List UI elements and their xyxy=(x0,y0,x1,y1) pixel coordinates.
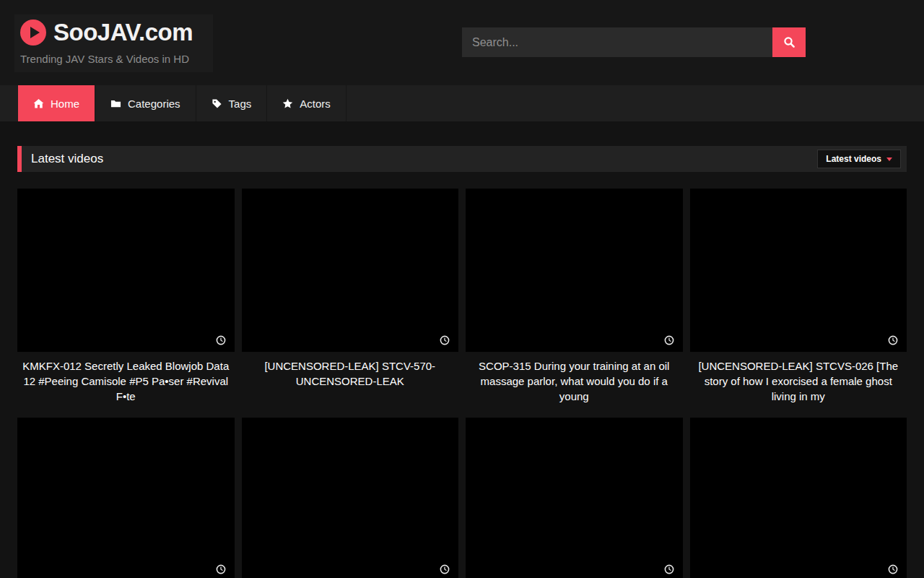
nav-item-label: Tags xyxy=(229,98,252,110)
nav-item-label: Categories xyxy=(128,98,180,110)
video-title[interactable]: [UNCENSORED-LEAK] STCVS-026 [The story o… xyxy=(690,352,907,410)
clock-icon xyxy=(888,564,898,574)
main-nav: Home Categories Tags Actors xyxy=(0,85,924,121)
search-button[interactable] xyxy=(772,27,806,57)
nav-item-label: Home xyxy=(51,98,79,110)
nav-item-label: Actors xyxy=(300,98,331,110)
video-card[interactable]: NAMH-042 H Cup Big Tits Newcomer (170cm … xyxy=(17,418,235,578)
site-tagline: Trending JAV Stars & Videos in HD xyxy=(20,53,193,65)
video-card[interactable]: SCOP-315 During your training at an oil … xyxy=(466,189,683,410)
video-title[interactable]: SCOP-315 During your training at an oil … xyxy=(466,352,683,410)
video-card[interactable]: [UNCENSORED-LEAK] STCVS-026 [The story o… xyxy=(690,189,907,410)
section-header: Latest videos Latest videos xyxy=(17,146,907,172)
sort-dropdown-label: Latest videos xyxy=(826,154,881,164)
logo-link[interactable]: SooJAV.com xyxy=(20,19,193,46)
video-card[interactable]: [UNCENSORED-LEAK] MXGS-1296 Absolutely xyxy=(242,418,459,578)
caret-down-icon xyxy=(886,158,892,161)
main-content: Latest videos Latest videos KMKFX-012 Se… xyxy=(0,146,924,578)
sort-dropdown-button[interactable]: Latest videos xyxy=(817,150,901,168)
video-card[interactable]: [UNCENSORED-LEAK] MLA-231 [3 shots in xyxy=(466,418,683,578)
clock-icon xyxy=(440,564,450,574)
search-icon xyxy=(783,36,796,48)
video-card[interactable]: [UNCENSORED-LEAK] STCV-570-UNCENSORED-LE… xyxy=(242,189,459,410)
video-card[interactable]: HPSM-186 Girl @ Era Alice xyxy=(690,418,907,578)
video-card[interactable]: KMKFX-012 Secretly Leaked Blowjob Data 1… xyxy=(17,189,235,410)
site-header: SooJAV.com Trending JAV Stars & Videos i… xyxy=(0,0,924,85)
home-icon xyxy=(33,98,44,109)
video-thumbnail[interactable] xyxy=(17,189,235,352)
tag-icon xyxy=(212,98,222,109)
clock-icon xyxy=(216,564,226,574)
video-grid: KMKFX-012 Secretly Leaked Blowjob Data 1… xyxy=(17,189,907,578)
search-form xyxy=(462,27,806,57)
nav-item-home[interactable]: Home xyxy=(18,85,95,121)
play-icon xyxy=(20,20,46,46)
search-input[interactable] xyxy=(462,27,772,57)
video-thumbnail[interactable] xyxy=(242,418,459,578)
brand-block: SooJAV.com Trending JAV Stars & Videos i… xyxy=(14,14,213,72)
video-thumbnail[interactable] xyxy=(466,418,683,578)
nav-item-tags[interactable]: Tags xyxy=(196,85,268,121)
nav-item-categories[interactable]: Categories xyxy=(95,85,196,121)
clock-icon xyxy=(216,335,226,345)
clock-icon xyxy=(888,335,898,345)
nav-item-actors[interactable]: Actors xyxy=(267,85,346,121)
folder-icon xyxy=(110,98,121,109)
clock-icon xyxy=(664,335,674,345)
video-thumbnail[interactable] xyxy=(466,189,683,352)
site-logo-text: SooJAV.com xyxy=(53,19,193,46)
video-title[interactable]: [UNCENSORED-LEAK] STCV-570-UNCENSORED-LE… xyxy=(242,352,459,395)
video-thumbnail[interactable] xyxy=(242,189,459,352)
section-accent-bar xyxy=(17,146,22,172)
video-title[interactable]: KMKFX-012 Secretly Leaked Blowjob Data 1… xyxy=(17,352,235,410)
clock-icon xyxy=(664,564,674,574)
star-icon xyxy=(282,98,293,109)
video-thumbnail[interactable] xyxy=(690,418,907,578)
video-thumbnail[interactable] xyxy=(690,189,907,352)
video-thumbnail[interactable] xyxy=(17,418,235,578)
section-title: Latest videos xyxy=(31,152,103,166)
clock-icon xyxy=(440,335,450,345)
